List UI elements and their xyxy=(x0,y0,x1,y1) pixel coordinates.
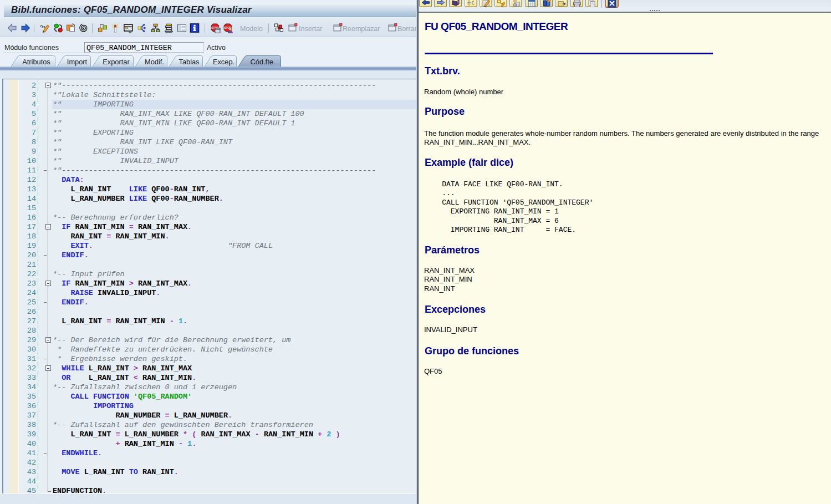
svg-text:Tablas: Tablas xyxy=(179,58,200,66)
svg-text:Excep.: Excep. xyxy=(213,58,234,66)
svg-text:Atributos: Atributos xyxy=(22,58,50,66)
svg-text:Cód.fte.: Cód.fte. xyxy=(251,58,276,66)
svg-text:Import: Import xyxy=(67,58,88,66)
svg-text:Exportar: Exportar xyxy=(103,58,130,66)
svg-text:Modif.: Modif. xyxy=(145,58,164,66)
